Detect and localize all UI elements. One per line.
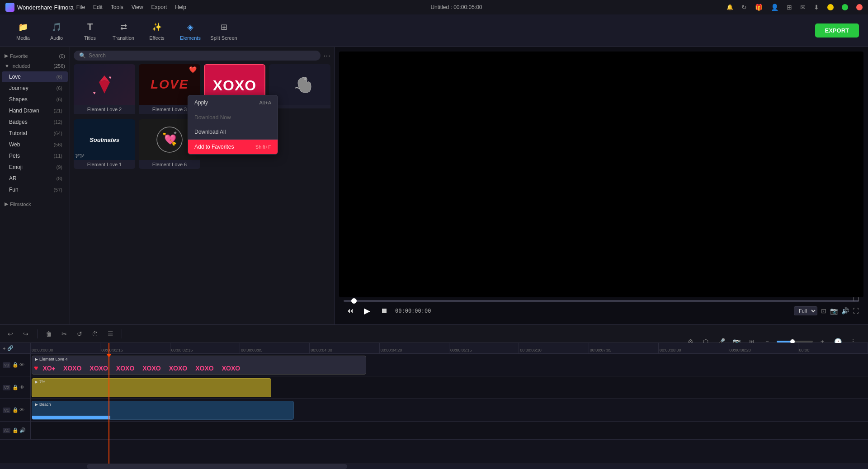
- message-icon[interactable]: ✉: [800, 4, 806, 11]
- preview-scrubber[interactable]: { }: [344, 300, 859, 302]
- journey-label: Journey: [9, 85, 28, 91]
- clip-element-love4-label: ▶ Element Love 4: [35, 357, 68, 361]
- gift-icon[interactable]: 🎁: [755, 4, 763, 11]
- sidebar-item-web[interactable]: Web (56): [2, 139, 68, 150]
- track-a1-sound[interactable]: 🔊: [19, 427, 26, 433]
- user-icon[interactable]: 👤: [771, 4, 778, 11]
- export-button[interactable]: EXPORT: [815, 23, 859, 38]
- track-v1-lock[interactable]: 🔒: [12, 407, 19, 413]
- play-button[interactable]: ▶: [361, 305, 373, 317]
- element-card-love-1[interactable]: Soulmates 🕊🕊 Element Love 1: [74, 119, 135, 169]
- scrubber-handle[interactable]: [351, 298, 357, 304]
- grid-view-icon[interactable]: ⋯: [323, 52, 330, 60]
- sync-icon[interactable]: ↻: [741, 4, 747, 11]
- loop-button[interactable]: ↺: [74, 328, 85, 340]
- timeline-ruler[interactable]: 00:00:00:00 00:00:01:15 00:00:02:15 00:0…: [31, 343, 868, 354]
- stop-button[interactable]: ⏹: [378, 305, 391, 317]
- timeline-scrollbar[interactable]: [0, 464, 868, 469]
- layout-icon[interactable]: ⊞: [787, 4, 792, 11]
- zoom-slider[interactable]: [777, 341, 813, 342]
- badges-label: Badges: [9, 119, 28, 125]
- menu-bar: File Edit Tools View Export Help: [76, 4, 186, 10]
- track-v2-eye[interactable]: 👁: [19, 385, 24, 390]
- sidebar-item-tutorial[interactable]: Tutorial (64): [2, 128, 68, 139]
- ctx-download-now[interactable]: Download Now: [188, 110, 278, 125]
- clip-beach[interactable]: ▶ Beach: [32, 401, 294, 420]
- tool-split-screen[interactable]: ⊞ Split Screen: [208, 16, 240, 45]
- track-v1-icons: 🔒 👁: [12, 407, 24, 413]
- ruler-mark-5: 00:00:04:20: [380, 343, 449, 353]
- menu-export[interactable]: Export: [151, 4, 167, 10]
- menu-help[interactable]: Help: [175, 4, 186, 10]
- track-a1-lock[interactable]: 🔒: [12, 427, 19, 433]
- ruler-mark-1: 00:00:01:15: [100, 343, 170, 353]
- element-label-1: Element Love 2: [74, 105, 135, 114]
- ruler-mark-3: 00:00:03:05: [240, 343, 310, 353]
- download-icon[interactable]: ⬇: [814, 4, 819, 11]
- sidebar-item-hand-drawn[interactable]: Hand Drawn (21): [2, 105, 68, 116]
- menu-tools[interactable]: Tools: [111, 4, 123, 10]
- minimize-button[interactable]: [827, 4, 834, 10]
- fullscreen-icon[interactable]: ⛶: [853, 307, 859, 314]
- clip-element-love4[interactable]: ▶ Element Love 4 ♥ XO♦ XOXO XOXO XOXO XO…: [32, 356, 366, 375]
- notification-icon[interactable]: 🔔: [726, 4, 733, 10]
- link-icon[interactable]: 🔗: [7, 345, 14, 351]
- cut-button[interactable]: ✂: [58, 328, 70, 340]
- menu-edit[interactable]: Edit: [93, 4, 103, 10]
- timeline-settings-button[interactable]: ☰: [104, 328, 116, 340]
- close-button[interactable]: [856, 4, 863, 10]
- sidebar-item-shapes[interactable]: Shapes (6): [2, 94, 68, 105]
- journey-count: (6): [57, 85, 62, 91]
- volume-icon[interactable]: 🔊: [841, 307, 849, 314]
- tool-elements[interactable]: ◈ Elements: [175, 16, 206, 45]
- fit-icon[interactable]: ⊡: [821, 307, 826, 314]
- track-a1-badge: A1: [3, 428, 10, 433]
- sidebar-item-journey[interactable]: Journey (6): [2, 83, 68, 94]
- track-v3-lock[interactable]: 🔒: [12, 362, 19, 368]
- included-header[interactable]: ▼ Included (256): [0, 61, 70, 71]
- scrollbar-thumb[interactable]: [87, 464, 347, 469]
- tool-audio[interactable]: 🎵 Audio: [41, 16, 72, 45]
- element-card-love-swan[interactable]: [269, 64, 330, 116]
- sidebar-item-fun[interactable]: Fun (57): [2, 184, 68, 195]
- love-count: (6): [57, 74, 62, 80]
- ctx-apply[interactable]: Apply Alt+A: [188, 95, 278, 110]
- add-media-button[interactable]: +: [3, 346, 5, 351]
- delete-button[interactable]: 🗑: [43, 328, 55, 340]
- clip-video1[interactable]: ▶ 7%: [32, 378, 271, 397]
- love-label: Love: [9, 74, 21, 80]
- tool-media[interactable]: 📁 Media: [7, 16, 39, 45]
- tool-elements-label: Elements: [180, 35, 201, 41]
- ctx-download-all[interactable]: Download All: [188, 125, 278, 139]
- element-card-love-2[interactable]: ♥ ♥ Element Love 2: [74, 64, 135, 116]
- ruler-mark-11: 00:00:: [798, 343, 868, 353]
- tool-titles[interactable]: T Titles: [74, 16, 106, 45]
- sidebar-item-pets[interactable]: Pets (11): [2, 150, 68, 161]
- sidebar-item-love[interactable]: Love (6): [2, 71, 68, 82]
- sidebar-item-ar[interactable]: AR (8): [2, 173, 68, 184]
- menu-view[interactable]: View: [132, 4, 143, 10]
- quality-select[interactable]: Full 1/2 1/4: [794, 306, 817, 315]
- tool-effects[interactable]: ✨ Effects: [141, 16, 173, 45]
- sidebar-item-badges[interactable]: Badges (12): [2, 117, 68, 127]
- track-v1-eye[interactable]: 👁: [19, 407, 24, 413]
- search-input[interactable]: [89, 52, 315, 59]
- track-v3-eye[interactable]: 👁: [19, 362, 24, 368]
- titles-icon: T: [84, 21, 96, 33]
- timeline-reset-button[interactable]: ⏱: [89, 328, 101, 340]
- screenshot-icon[interactable]: 📷: [830, 307, 838, 314]
- track-v2-lock[interactable]: 🔒: [12, 385, 19, 390]
- redo-button[interactable]: ↪: [20, 328, 32, 340]
- skip-back-button[interactable]: ⏮: [344, 305, 356, 317]
- favorite-header[interactable]: ▶ Favorite (0): [0, 51, 70, 61]
- ctx-add-to-favorites[interactable]: Add to Favorites Shift+F: [188, 140, 278, 154]
- heart-1: ♥: [34, 364, 38, 372]
- filmstock-header[interactable]: ▶ Filmstock: [0, 199, 70, 209]
- maximize-button[interactable]: [842, 4, 848, 10]
- fun-label: Fun: [9, 187, 19, 193]
- undo-button[interactable]: ↩: [5, 328, 16, 340]
- sidebar-item-emoji[interactable]: Emoji (9): [2, 162, 68, 173]
- menu-file[interactable]: File: [76, 4, 85, 10]
- badges-count: (12): [53, 119, 62, 125]
- tool-transition[interactable]: ⇄ Transition: [108, 16, 139, 45]
